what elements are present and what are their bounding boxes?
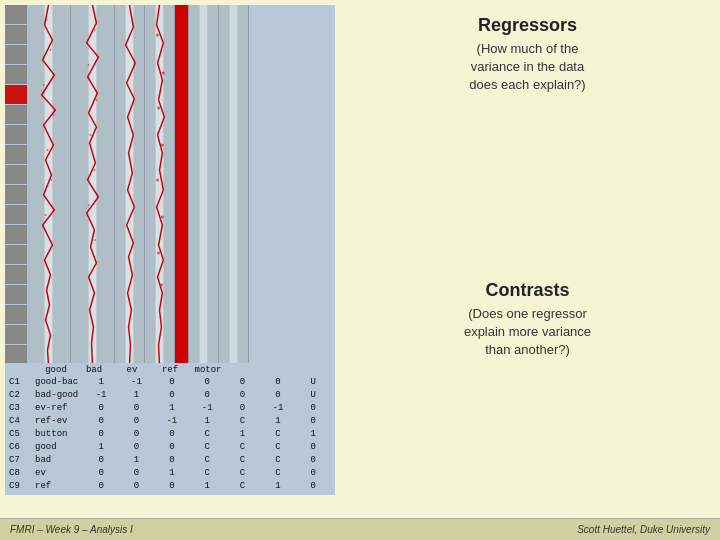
row-name: good-bac — [35, 376, 83, 389]
contrast-table: good bad ev ref motor C1good-bac1-10000U… — [5, 363, 335, 495]
row-val: 1 — [260, 480, 295, 493]
row-val: 0 — [119, 441, 154, 454]
svg-point-26 — [161, 144, 164, 147]
svg-point-8 — [45, 214, 47, 216]
svg-point-18 — [94, 239, 96, 241]
table-row: C3ev-ref001-10-10 — [9, 402, 331, 415]
row-val: C — [190, 428, 225, 441]
row-val: 0 — [83, 415, 118, 428]
row-id: C6 — [9, 441, 35, 454]
ind-16 — [5, 305, 27, 325]
svg-point-15 — [90, 134, 92, 136]
svg-point-28 — [161, 216, 164, 219]
row-val: -1 — [83, 389, 118, 402]
row-val: C — [260, 441, 295, 454]
col-good: good — [37, 365, 75, 375]
footer-right: Scott Huettel, Duke University — [577, 524, 710, 535]
ind-4 — [5, 65, 27, 85]
row-name: button — [35, 428, 83, 441]
svg-point-16 — [93, 169, 95, 171]
row-id: C3 — [9, 402, 35, 415]
table-header-row: good bad ev ref motor — [9, 365, 331, 375]
svg-point-29 — [157, 252, 160, 255]
footer-left: FMRI – Week 9 – Analysis I — [10, 524, 133, 535]
ind-1 — [5, 5, 27, 25]
row-val: 1 — [119, 389, 154, 402]
table-row: C2bad-good-110000U — [9, 389, 331, 402]
row-val: C — [260, 428, 295, 441]
red-col — [175, 5, 189, 365]
svg-point-6 — [47, 149, 49, 151]
ind-9 — [5, 165, 27, 185]
footer: FMRI – Week 9 – Analysis I Scott Huettel… — [0, 518, 720, 540]
row-val: -1 — [260, 402, 295, 415]
row-val: 0 — [119, 428, 154, 441]
row-val: 0 — [119, 480, 154, 493]
regressors-section: Regressors (How much of thevariance in t… — [355, 15, 700, 95]
svg-point-25 — [157, 107, 160, 110]
row-val: 1 — [154, 402, 189, 415]
ind-18 — [5, 345, 27, 365]
main-container: good bad ev ref motor C1good-bac1-10000U… — [0, 0, 720, 540]
ind-17 — [5, 325, 27, 345]
row-val: U — [296, 389, 331, 402]
col-motor: motor — [189, 365, 227, 375]
row-val: 0 — [154, 389, 189, 402]
signal-col-3 — [115, 5, 145, 365]
svg-point-3 — [49, 49, 51, 51]
svg-point-24 — [162, 72, 165, 75]
row-id: C9 — [9, 480, 35, 493]
row-val: C — [225, 441, 260, 454]
row-name: bad — [35, 454, 83, 467]
row-val: 0 — [225, 402, 260, 415]
row-id: C1 — [9, 376, 35, 389]
row-val: 1 — [83, 376, 118, 389]
row-val: C — [260, 467, 295, 480]
svg-point-14 — [95, 99, 97, 101]
row-val: 0 — [296, 415, 331, 428]
row-val: 0 — [296, 480, 331, 493]
indicator-column — [5, 5, 27, 365]
svg-point-7 — [50, 179, 52, 181]
visualization-area — [5, 5, 335, 365]
ind-6 — [5, 105, 27, 125]
row-val: 1 — [190, 480, 225, 493]
svg-point-17 — [88, 204, 90, 206]
table-row: C5button000C1C1 — [9, 428, 331, 441]
row-val: 0 — [296, 467, 331, 480]
row-val: 0 — [260, 376, 295, 389]
row-val: 1 — [83, 441, 118, 454]
row-name: ref — [35, 480, 83, 493]
table-row: C8ev001CCC0 — [9, 467, 331, 480]
row-id: C5 — [9, 428, 35, 441]
table-row: C9ref0001C10 — [9, 480, 331, 493]
ind-11 — [5, 205, 27, 225]
row-name: ev-ref — [35, 402, 83, 415]
svg-point-12 — [93, 29, 95, 31]
ind-10 — [5, 185, 27, 205]
row-val: C — [225, 467, 260, 480]
table-rows: C1good-bac1-10000UC2bad-good-110000UC3ev… — [9, 376, 331, 493]
svg-point-9 — [49, 249, 51, 251]
row-name: ref-ev — [35, 415, 83, 428]
ind-2 — [5, 25, 27, 45]
row-val: 0 — [83, 454, 118, 467]
row-val: U — [296, 376, 331, 389]
row-name: good — [35, 441, 83, 454]
row-val: C — [190, 441, 225, 454]
row-val: 0 — [154, 428, 189, 441]
regressors-title: Regressors — [478, 15, 577, 36]
row-val: 0 — [296, 454, 331, 467]
row-val: 0 — [119, 402, 154, 415]
ind-7 — [5, 125, 27, 145]
row-val: 1 — [260, 415, 295, 428]
ind-13 — [5, 245, 27, 265]
row-val: 0 — [154, 376, 189, 389]
row-id: C4 — [9, 415, 35, 428]
signal-col-2 — [71, 5, 115, 365]
row-val: -1 — [154, 415, 189, 428]
row-val: 0 — [83, 480, 118, 493]
row-val: 1 — [154, 467, 189, 480]
signal-col-4 — [145, 5, 175, 365]
row-val: C — [260, 454, 295, 467]
